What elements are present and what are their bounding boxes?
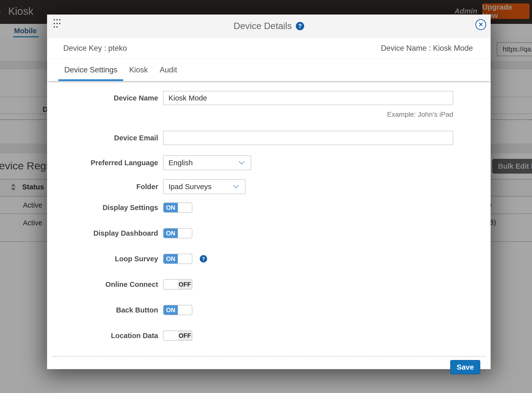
device-name-input[interactable]	[163, 91, 453, 105]
device-name-hint: Example: John's iPad	[163, 111, 453, 118]
toggle-on-segment[interactable]	[164, 280, 178, 289]
modal-header: Device Details ? ✕	[47, 15, 491, 38]
close-icon[interactable]: ✕	[475, 19, 486, 30]
help-icon[interactable]: ?	[200, 255, 207, 262]
device-name-label: Device Name	[47, 91, 158, 118]
modal-tabs: Device Settings Kiosk Audit	[47, 59, 491, 81]
toggle-row: Location Data OFF	[47, 330, 491, 341]
toggle-label: Loop Survey	[47, 254, 158, 264]
screen: › Kiosk Admin Upgrade Now Mobile D evice…	[0, 0, 532, 393]
toggle-label: Display Dashboard	[47, 228, 158, 238]
chevron-down-icon	[238, 161, 245, 165]
device-details-modal: Device Details ? ✕ Device Key : pteko De…	[47, 15, 491, 369]
toggle-row: Loop Survey ON ?	[47, 254, 491, 264]
preferred-language-label: Preferred Language	[47, 155, 158, 170]
toggle-on-segment[interactable]	[164, 331, 178, 340]
device-key-row: Device Key : pteko Device Name : Kiosk M…	[47, 38, 491, 59]
preferred-language-value: English	[168, 159, 193, 167]
folder-value: Ipad Surveys	[168, 182, 212, 191]
device-email-label: Device Email	[47, 131, 158, 145]
toggle-label: Online Connect	[47, 279, 158, 290]
toggle-switch[interactable]: OFF	[163, 330, 192, 341]
toggle-on-segment[interactable]: ON	[164, 305, 178, 315]
toggle-row: Display Dashboard ON	[47, 228, 491, 238]
toggle-off-segment[interactable]: OFF	[178, 331, 192, 340]
folder-label: Folder	[47, 179, 158, 194]
device-key-text: Device Key : pteko	[63, 44, 127, 53]
toggle-switch[interactable]: ON	[163, 305, 192, 315]
toggle-row: Back Button ON	[47, 305, 491, 315]
chevron-down-icon	[233, 185, 239, 189]
toggle-label: Back Button	[47, 305, 158, 315]
folder-select[interactable]: Ipad Surveys	[163, 179, 246, 194]
toggle-rows: Display Settings ON Display Dashboard ON…	[47, 202, 491, 341]
device-settings-form: Device Name Example: John's iPad Device …	[47, 81, 491, 378]
toggle-on-segment[interactable]: ON	[164, 203, 178, 212]
toggle-switch[interactable]: ON	[163, 254, 192, 264]
modal-title: Device Details	[233, 21, 292, 31]
help-icon[interactable]: ?	[296, 22, 304, 30]
toggle-row: Display Settings ON	[47, 202, 491, 213]
tab-device-settings[interactable]: Device Settings	[58, 59, 123, 81]
preferred-language-select[interactable]: English	[163, 155, 251, 170]
toggle-off-segment[interactable]	[178, 254, 192, 263]
toggle-row: Online Connect OFF	[47, 279, 491, 290]
toggle-off-segment[interactable]: OFF	[178, 280, 192, 289]
save-button[interactable]: Save	[450, 360, 480, 374]
toggle-label: Location Data	[47, 330, 158, 341]
toggle-off-segment[interactable]	[178, 203, 192, 212]
toggle-switch[interactable]: OFF	[163, 279, 192, 290]
modal-footer: Save	[47, 357, 491, 378]
device-name-text: Device Name : Kiosk Mode	[381, 44, 473, 53]
toggle-switch[interactable]: ON	[163, 228, 192, 238]
tab-kiosk[interactable]: Kiosk	[123, 59, 154, 81]
toggle-on-segment[interactable]: ON	[164, 229, 178, 238]
toggle-off-segment[interactable]	[178, 229, 192, 238]
tab-audit[interactable]: Audit	[154, 59, 183, 81]
toggle-on-segment[interactable]: ON	[164, 254, 178, 263]
toggle-label: Display Settings	[47, 202, 158, 213]
device-email-input[interactable]	[163, 131, 453, 145]
toggle-switch[interactable]: ON	[163, 202, 192, 213]
toggle-off-segment[interactable]	[178, 305, 192, 315]
